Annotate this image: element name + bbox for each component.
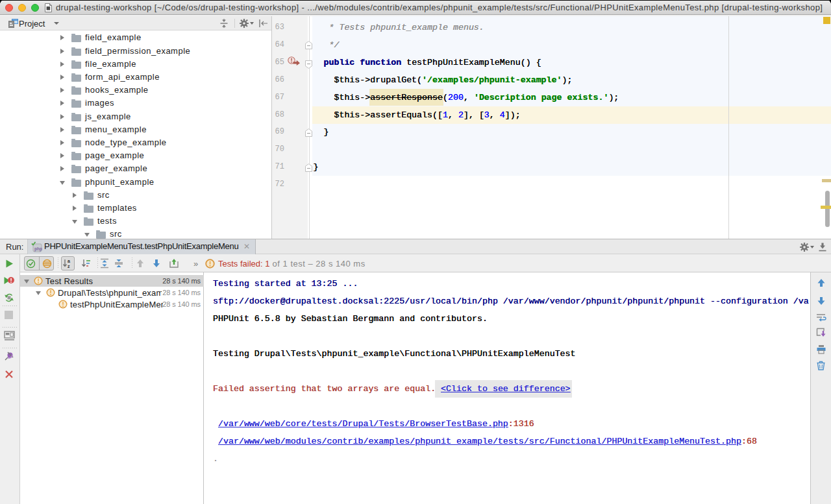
svg-text:z: z [68,264,70,269]
svg-text:php: php [34,246,42,252]
svg-text:a: a [68,259,70,263]
